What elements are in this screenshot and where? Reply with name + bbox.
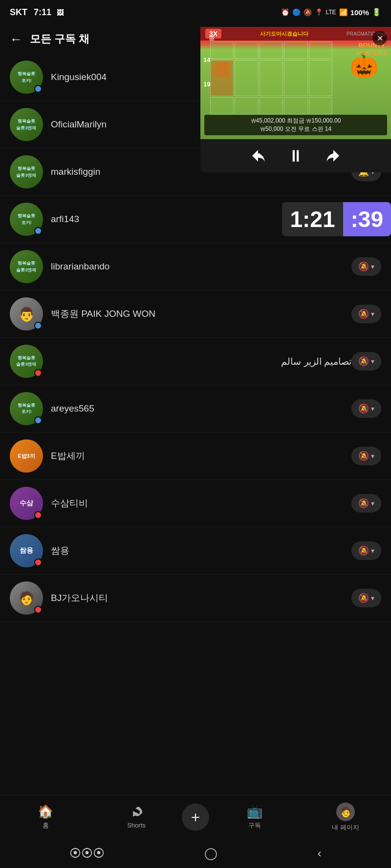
- avatar: 쌈용: [10, 534, 43, 567]
- avatar: 행복슬롯 슬롯3엔제: [10, 345, 43, 378]
- notification-button[interactable]: 🔕 ▾: [351, 541, 381, 560]
- notification-button[interactable]: 🔕 ▾: [351, 494, 381, 513]
- bell-off-icon: 🔕: [358, 356, 369, 367]
- chevron-down-icon: ▾: [371, 357, 374, 365]
- subscriptions-icon: 📺: [247, 804, 262, 819]
- nav-my-page-label: 내 페이지: [332, 823, 359, 832]
- menu-button[interactable]: ≡: [204, 31, 219, 45]
- list-item: 🧑 BJ가오나시티 🔕 ▾: [0, 575, 391, 622]
- chevron-down-icon: ▾: [371, 405, 374, 413]
- online-dot: [34, 511, 42, 519]
- close-video-button[interactable]: ✕: [372, 31, 387, 45]
- online-dot: [34, 227, 42, 235]
- page-title: 모든 구독 채: [30, 32, 89, 46]
- avatar-image: 행복슬롯 슬롯3엔제: [10, 250, 43, 283]
- bell-off-icon: 🔕: [358, 261, 369, 272]
- home-icon: 🏠: [38, 804, 53, 819]
- timer-elapsed: 1:21: [282, 202, 343, 236]
- channel-name: 쌈용: [51, 544, 351, 557]
- pause-button[interactable]: ⏸: [287, 146, 304, 165]
- video-player-overlay: 3X 사기도마시겠습니다 PRAGMATIC Play 14 19 🎃: [200, 27, 391, 172]
- notification-button[interactable]: 🔕 ▾: [351, 352, 381, 371]
- list-item: 행복슬롯 슬롯3엔제 تصاميم الزير سالم 🔕 ▾: [0, 338, 391, 385]
- avatar: E밥3끼: [10, 439, 43, 473]
- nav-home[interactable]: 🏠 홈: [0, 804, 91, 830]
- channel-name: E밥세끼: [51, 450, 351, 462]
- bottom-navigation: 🏠 홈 Shorts ＋ 📺 구독 🧑 내 페이지: [0, 795, 391, 839]
- video-timer: 1:21 :39: [282, 202, 391, 236]
- back-button[interactable]: ←: [10, 32, 22, 47]
- avatar: 행복슬롯 슬롯3엔제: [10, 250, 43, 283]
- nav-my-page[interactable]: 🧑 내 페이지: [300, 803, 391, 832]
- list-item: 👨 백종원 PAIK JONG WON 🔕 ▾: [0, 290, 391, 338]
- online-dot: [34, 416, 42, 424]
- location-icon: 📍: [315, 8, 323, 16]
- game-scene: 3X 사기도마시겠습니다 PRAGMATIC Play 14 19 🎃: [200, 27, 391, 139]
- status-icons: ⏰ 🔵 🔕 📍 LTE 📶 100% 🔋: [281, 8, 382, 17]
- channel-name: areyes565: [51, 403, 351, 414]
- channel-name: تصاميم الزير سالم: [51, 356, 351, 367]
- notification-button[interactable]: 🔕 ▾: [351, 447, 381, 465]
- alarm-icon: ⏰: [281, 8, 289, 16]
- bell-off-icon: 🔕: [358, 498, 369, 509]
- online-dot: [34, 606, 42, 614]
- nav-add[interactable]: ＋: [182, 804, 209, 831]
- chevron-down-icon: ▾: [371, 263, 374, 270]
- avatar-image: E밥3끼: [10, 439, 43, 473]
- notification-button[interactable]: 🔕 ▾: [351, 305, 381, 323]
- game-grid: [210, 41, 332, 115]
- list-item: 행복슬롯 슬롯3엔제 librarianbando 🔕 ▾: [0, 243, 391, 290]
- svg-text:10: 10: [332, 153, 338, 158]
- bell-off-icon: 🔕: [358, 545, 369, 556]
- avatar: 수삼: [10, 487, 43, 520]
- shorts-icon: [129, 805, 144, 820]
- list-item: 쌈용 쌈용 🔕 ▾: [0, 527, 391, 575]
- list-item: 행복슬롯 토키! areyes565 🔕 ▾: [0, 385, 391, 433]
- avatar: 행복슬롯 슬롯3엔제: [10, 155, 43, 188]
- video-controls: 10 ⏸ 10: [200, 139, 391, 172]
- add-button[interactable]: ＋: [182, 804, 209, 831]
- bell-off-icon: 🔕: [358, 403, 369, 414]
- avatar: 행복슬롯 토키!: [10, 203, 43, 236]
- avatar-image: 행복슬롯 슬롯3엔제: [10, 108, 43, 141]
- nav-shorts-label: Shorts: [127, 822, 146, 829]
- channel-name: librarianbando: [51, 261, 351, 272]
- channel-name: 수삼티비: [51, 497, 351, 510]
- nav-subscriptions-label: 구독: [248, 821, 261, 830]
- notification-button[interactable]: 🔕 ▾: [351, 589, 381, 607]
- timer-remaining: :39: [343, 202, 391, 236]
- notification-button[interactable]: 🔕 ▾: [351, 399, 381, 418]
- back-gesture-button[interactable]: ‹: [318, 847, 322, 860]
- forward-button[interactable]: 10: [324, 146, 343, 165]
- nav-subscriptions[interactable]: 📺 구독: [209, 804, 300, 830]
- chevron-down-icon: ▾: [371, 594, 374, 602]
- bell-off-icon: 🔕: [358, 593, 369, 603]
- nav-shorts[interactable]: Shorts: [91, 805, 182, 829]
- lte-icon: LTE: [326, 9, 336, 16]
- list-item: 행복슬롯 토키! arfi143 1:21 :39: [0, 196, 391, 243]
- battery-icon: 🔋: [372, 8, 381, 17]
- bell-off-icon: 🔕: [358, 451, 369, 461]
- gesture-bar: ⦿⦿⦿ ◯ ‹: [0, 839, 391, 868]
- online-dot: [34, 85, 42, 93]
- avatar: 행복슬롯 토키!: [10, 61, 43, 94]
- online-dot: [34, 322, 42, 330]
- list-item: 수삼 수삼티비 🔕 ▾: [0, 480, 391, 527]
- status-bar: SKT 7:11 🖼 ⏰ 🔵 🔕 📍 LTE 📶 100% 🔋: [0, 0, 391, 24]
- status-carrier-time: SKT 7:11 🖼: [10, 7, 64, 18]
- list-item: E밥3끼 E밥세끼 🔕 ▾: [0, 433, 391, 480]
- home-gesture-button[interactable]: ◯: [204, 847, 217, 860]
- recent-apps-button[interactable]: ⦿⦿⦿: [69, 847, 105, 860]
- channel-name: BJ가오나시티: [51, 592, 351, 604]
- chevron-down-icon: ▾: [371, 547, 374, 555]
- notification-button[interactable]: 🔕 ▾: [351, 257, 381, 276]
- video-thumbnail: 3X 사기도마시겠습니다 PRAGMATIC Play 14 19 🎃: [200, 27, 391, 139]
- win-amount: ₩45,002,000 최점금 ₩150,000.00 ₩50,000 오전 무…: [204, 115, 387, 135]
- chevron-down-icon: ▾: [371, 310, 374, 318]
- chevron-down-icon: ▾: [371, 499, 374, 507]
- chevron-down-icon: ▾: [371, 452, 374, 460]
- rewind-button[interactable]: 10: [248, 146, 268, 165]
- avatar: 🧑: [10, 581, 43, 615]
- nav-home-label: 홈: [43, 821, 49, 830]
- online-dot: [34, 558, 42, 566]
